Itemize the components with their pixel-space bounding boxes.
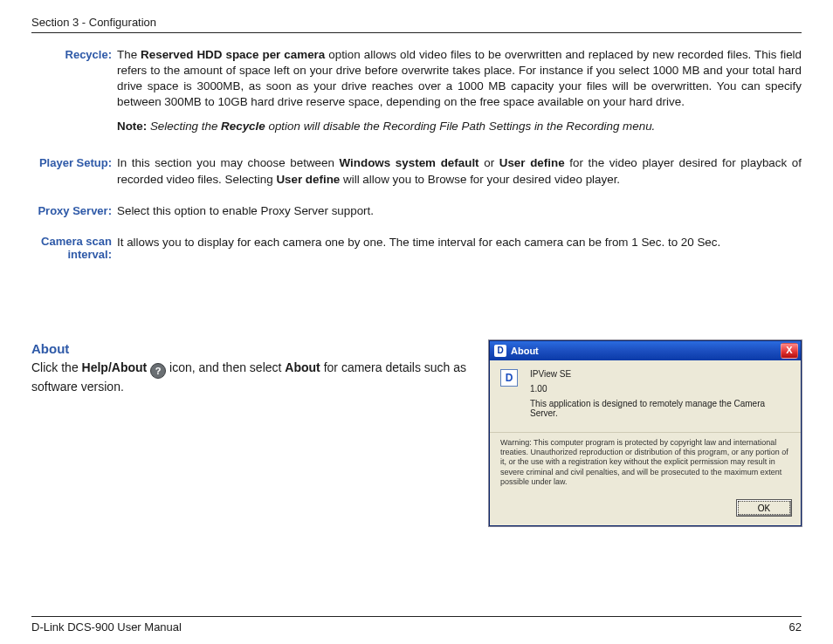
note-recycle: Note: Selecting the Recycle option will … [117,119,802,134]
body-recycle: The Reserved HDD space per camera option… [117,47,802,134]
bold-user-define-1: User define [499,156,565,169]
text: Click the [31,360,82,374]
dialog-description: This application is designed to remotely… [530,399,790,418]
app-d-icon: D [494,345,506,357]
dialog-product-name: IPView SE [530,369,790,379]
label-player-setup: Player Setup: [31,155,117,171]
page-root: Section 3 - Configuration Recycle: The R… [0,0,833,644]
text: or [479,156,499,169]
footer-left: D-Link DCS-900 User Manual [31,620,789,634]
text: The [117,48,141,61]
dialog-title: About [511,346,781,356]
body-camera-scan: It allows you to display for each camera… [117,235,802,250]
note-label: Note: [117,120,147,133]
label-proxy-server: Proxy Server: [31,203,117,219]
label-recycle: Recycle: [31,47,117,63]
dialog-warning-text: Warning: This computer program is protec… [490,433,801,494]
label-camera-scan: Camera scan interval: [31,235,117,262]
bold-recycle-word: Recycle [221,120,265,133]
bold-help-about: Help/About [82,360,148,374]
text: Select this option to enable Proxy Serve… [117,203,802,219]
ok-button[interactable]: OK [736,499,792,517]
text: option will disable the Recording File P… [265,120,656,133]
close-icon[interactable]: X [781,343,798,359]
dialog-body: D IPView SE 1.00 This application is des… [490,360,801,525]
def-player-setup: Player Setup: In this section you may ch… [31,155,802,187]
def-recycle: Recycle: The Reserved HDD space per came… [31,47,802,134]
footer-page-number: 62 [789,620,802,634]
divider-bottom [31,616,802,617]
text: Selecting the [147,120,221,133]
text: It allows you to display for each camera… [117,235,802,250]
help-about-icon: ? [150,363,166,379]
text: icon, and then select [166,360,285,374]
dialog-top-text: IPView SE 1.00 This application is desig… [530,369,790,423]
dialog-top-section: D IPView SE 1.00 This application is des… [490,360,801,433]
about-block: About Click the Help/About ? icon, and t… [31,340,468,395]
dialog-button-row: OK [490,494,801,525]
lower-area: About Click the Help/About ? icon, and t… [31,340,802,526]
bold-reserved-hdd: Reserved HDD space per camera [141,48,325,61]
text: will allow you to Browse for your desire… [340,173,620,186]
section-header: Section 3 - Configuration [31,16,802,29]
content-area: Recycle: The Reserved HDD space per came… [31,33,802,609]
about-paragraph: Click the Help/About ? icon, and then se… [31,360,468,395]
dialog-version: 1.00 [530,384,790,394]
footer: D-Link DCS-900 User Manual 62 [31,620,802,634]
body-proxy-server: Select this option to enable Proxy Serve… [117,203,802,219]
def-camera-scan: Camera scan interval: It allows you to d… [31,235,802,262]
dialog-d-icon: D [500,369,518,387]
def-proxy-server: Proxy Server: Select this option to enab… [31,203,802,219]
bold-about: About [285,360,320,374]
text: In this section you may choose between [117,156,340,169]
body-player-setup: In this section you may choose between W… [117,155,802,187]
about-heading: About [31,340,468,358]
bold-user-define-2: User define [276,173,340,186]
about-dialog: D About X D IPView SE 1.00 This applicat… [489,340,802,526]
bold-win-default: Windows system default [340,156,479,169]
dialog-titlebar[interactable]: D About X [490,341,801,360]
